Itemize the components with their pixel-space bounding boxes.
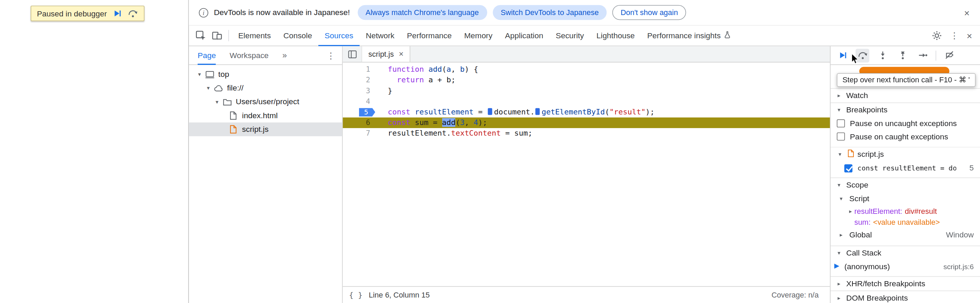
section-call-stack[interactable]: Call Stack [830, 246, 980, 260]
line-number[interactable]: 2 [343, 75, 377, 86]
line-number[interactable]: 1 [343, 64, 377, 75]
line-number[interactable]: 3 [343, 86, 377, 96]
expand-triangle-icon[interactable] [837, 232, 846, 238]
collapse-triangle-icon[interactable] [836, 250, 843, 256]
devtools-close-icon[interactable] [964, 30, 975, 41]
section-scope[interactable]: Scope [830, 177, 980, 192]
editor-tab-script-js[interactable]: script.js [361, 46, 410, 62]
expand-triangle-icon[interactable] [213, 99, 221, 105]
settings-gear-icon[interactable] [929, 27, 945, 44]
current-frame-arrow-icon [834, 262, 840, 271]
collapse-triangle-icon[interactable] [836, 107, 843, 113]
collapse-triangle-icon[interactable] [836, 281, 843, 287]
tree-item-top[interactable]: top [189, 68, 342, 81]
section-dom-breakpoints[interactable]: DOM Breakpoints [830, 290, 980, 303]
tree-item-file-protocol[interactable]: file:// [189, 81, 342, 95]
expand-triangle-icon[interactable] [846, 208, 854, 214]
step-over-tooltip: Step over next function call - F10 - ⌘ ' [837, 73, 975, 87]
tab-lighthouse[interactable]: Lighthouse [590, 25, 641, 46]
section-watch[interactable]: Watch [830, 88, 980, 103]
scope-var-sum[interactable]: sum: <value unavailable> [830, 217, 980, 228]
paused-execution-line[interactable]: 6 const sum = add(3, 4); [343, 117, 830, 128]
expand-triangle-icon[interactable] [204, 85, 213, 91]
paused-in-debugger-banner: Paused in debugger [31, 5, 145, 21]
tree-item-project-folder[interactable]: Users/user/project [189, 95, 342, 109]
resume-script-icon[interactable] [836, 49, 850, 62]
collapse-triangle-icon[interactable] [836, 93, 843, 99]
device-toolbar-icon[interactable] [209, 27, 225, 44]
step-out-icon[interactable] [896, 49, 909, 62]
pause-caught-exceptions-row[interactable]: Pause on caught exceptions [830, 130, 980, 143]
experiment-flask-icon [724, 31, 732, 41]
tab-close-icon[interactable] [399, 50, 404, 58]
checkbox-unchecked[interactable] [837, 119, 845, 127]
code-line[interactable]: 4 [343, 96, 830, 107]
line-number[interactable]: 7 [343, 128, 377, 139]
pretty-print-icon[interactable] [349, 290, 363, 299]
collapse-triangle-icon[interactable] [836, 295, 843, 301]
tab-elements[interactable]: Elements [232, 25, 277, 46]
more-tabs-chevron-icon[interactable] [282, 51, 287, 60]
code-line[interactable]: 1 function add(a, b) { [343, 64, 830, 75]
scope-var-resultElement[interactable]: resultElement: div#result [830, 206, 980, 217]
more-options-kebab-icon[interactable] [949, 31, 959, 41]
line-number[interactable]: 4 [343, 96, 377, 107]
code-line[interactable]: 7 resultElement.textContent = sum; [343, 128, 830, 139]
tab-sources[interactable]: Sources [318, 25, 360, 46]
collapse-triangle-icon[interactable] [837, 195, 846, 201]
sources-panel: Page Workspace top [189, 46, 980, 303]
tab-console[interactable]: Console [277, 25, 318, 46]
cursor-position-label: Line 6, Column 15 [369, 290, 430, 299]
inspect-element-icon[interactable] [192, 27, 209, 44]
navigator-tab-workspace[interactable]: Workspace [230, 46, 269, 65]
navigator-more-kebab-icon[interactable] [326, 50, 336, 60]
file-tree: top file:// Users/user/p [189, 65, 342, 136]
tree-item-script-js[interactable]: script.js [189, 122, 342, 136]
line-number[interactable]: 6 [343, 117, 377, 128]
breakpoint-line-number[interactable]: 5 [343, 108, 377, 117]
scope-global-group[interactable]: Global Window [830, 228, 980, 242]
inline-breakpoint-icon[interactable] [488, 108, 492, 115]
breakpoint-file-group[interactable]: script.js [830, 147, 980, 161]
code-line[interactable]: 2 return a + b; [343, 75, 830, 86]
tab-performance-insights[interactable]: Performance insights [641, 25, 738, 46]
step-into-icon[interactable] [876, 49, 889, 62]
code-line-with-breakpoint[interactable]: 5 const resultElement = document.getElem… [343, 107, 830, 117]
collapse-triangle-icon[interactable] [836, 151, 845, 157]
call-stack-frame[interactable]: (anonymous) script.js:6 [830, 260, 980, 274]
switch-devtools-japanese-button[interactable]: Switch DevTools to Japanese [492, 5, 606, 20]
editor-pane: script.js 1 function add(a, b) { 2 retur… [343, 46, 830, 303]
tree-item-index-html[interactable]: index.html [189, 109, 342, 122]
navigator-tab-page[interactable]: Page [198, 46, 216, 65]
resume-script-icon[interactable] [113, 9, 122, 18]
section-breakpoints[interactable]: Breakpoints [830, 103, 980, 117]
deactivate-breakpoints-icon[interactable] [942, 49, 956, 62]
step-over-icon[interactable] [127, 9, 138, 18]
scope-script-group[interactable]: Script [830, 192, 980, 206]
tab-memory[interactable]: Memory [458, 25, 498, 46]
code-line[interactable]: 3 } [343, 86, 830, 96]
infobar-close-icon[interactable] [961, 7, 972, 18]
stage: Paused in debugger DevTools is now avail… [0, 0, 980, 303]
checkbox-unchecked[interactable] [837, 133, 845, 141]
step-icon[interactable] [916, 49, 929, 62]
pause-uncaught-exceptions-row[interactable]: Pause on uncaught exceptions [830, 117, 980, 130]
tab-security[interactable]: Security [549, 25, 590, 46]
breakpoint-flag[interactable]: 5 [359, 108, 375, 117]
expand-triangle-icon[interactable] [195, 71, 204, 78]
tab-application[interactable]: Application [498, 25, 549, 46]
match-chrome-language-button[interactable]: Always match Chrome's language [357, 5, 487, 20]
devtools-infobar: DevTools is now available in Japanese! A… [189, 0, 980, 25]
code-editor[interactable]: 1 function add(a, b) { 2 return a + b; 3… [343, 62, 830, 286]
tab-performance[interactable]: Performance [401, 25, 458, 46]
dont-show-again-button[interactable]: Don't show again [612, 5, 686, 20]
navigator-toggle-icon[interactable] [343, 46, 361, 62]
tab-network[interactable]: Network [360, 25, 401, 46]
toolbar-separator [935, 50, 936, 60]
inline-breakpoint-icon[interactable] [536, 108, 540, 115]
collapse-triangle-icon[interactable] [836, 182, 843, 188]
checkbox-checked[interactable] [844, 164, 853, 172]
breakpoint-entry[interactable]: const resultElement = doc… 5 [830, 161, 980, 175]
infobar-message: DevTools is now available in Japanese! [214, 8, 350, 17]
section-xhr-breakpoints[interactable]: XHR/fetch Breakpoints [830, 276, 980, 290]
